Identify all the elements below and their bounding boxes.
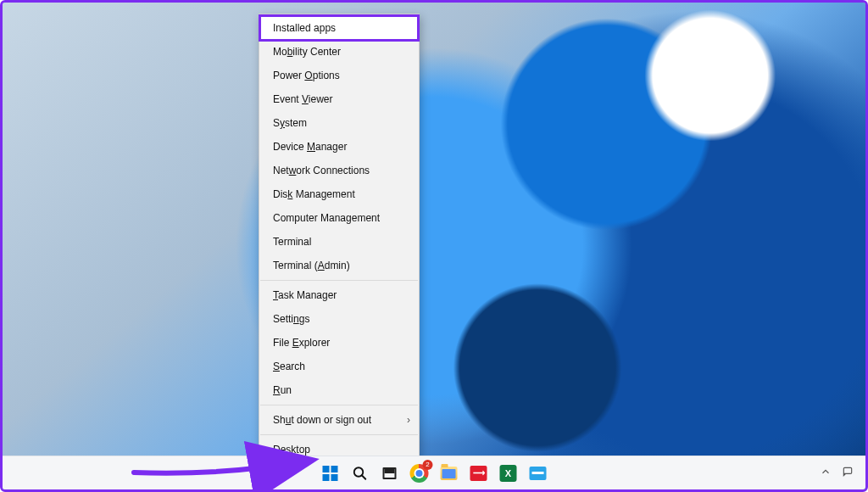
taskbar-app-file-explorer[interactable] <box>438 462 460 484</box>
menu-item-mobility-center[interactable]: Mobility Center <box>259 40 419 64</box>
menu-item-run[interactable]: Run <box>259 378 419 402</box>
menu-label: Computer Management <box>273 212 380 224</box>
menu-label: File Explorer <box>273 337 330 349</box>
taskbar-app-chrome[interactable]: 2 <box>409 462 431 484</box>
menu-item-device-manager[interactable]: Device Manager <box>259 135 419 159</box>
menu-item-system[interactable]: System <box>259 111 419 135</box>
chevron-up-icon <box>820 466 832 478</box>
menu-label: Run <box>273 384 292 396</box>
excel-icon <box>500 465 517 482</box>
menu-item-shutdown[interactable]: Shut down or sign out <box>259 408 419 432</box>
task-view-icon <box>383 467 397 479</box>
menu-item-terminal[interactable]: Terminal <box>259 230 419 254</box>
notifications-button[interactable] <box>842 466 854 481</box>
chrome-badge-count: 2 <box>423 460 433 470</box>
menu-item-disk-management[interactable]: Disk Management <box>259 182 419 206</box>
svg-line-1 <box>362 475 366 479</box>
taskbar-app-red[interactable]: ⟶ <box>468 462 490 484</box>
notification-icon <box>842 466 854 478</box>
taskbar: 2 ⟶ <box>3 456 865 489</box>
menu-label: Desktop <box>273 444 310 456</box>
menu-item-file-explorer[interactable]: File Explorer <box>259 331 419 355</box>
menu-item-terminal-admin[interactable]: Terminal (Admin) <box>259 254 419 277</box>
blue-app-icon <box>530 467 547 480</box>
menu-label: Event Viewer <box>273 93 333 105</box>
menu-item-search[interactable]: Search <box>259 355 419 378</box>
start-button[interactable] <box>320 462 342 484</box>
tray-overflow-button[interactable] <box>820 466 832 481</box>
winx-context-menu: Installed apps Mobility Center Power Opt… <box>259 14 420 464</box>
system-tray <box>820 466 854 481</box>
menu-label: Terminal <box>273 236 311 248</box>
menu-label: Installed apps <box>273 22 336 34</box>
menu-separator <box>260 280 418 281</box>
taskbar-app-excel[interactable] <box>498 462 520 484</box>
search-button[interactable] <box>349 462 371 484</box>
menu-label: System <box>273 117 307 129</box>
menu-item-computer-management[interactable]: Computer Management <box>259 206 419 230</box>
menu-separator <box>260 405 418 405</box>
menu-item-power-options[interactable]: Power Options <box>259 64 419 87</box>
menu-label: Mobility Center <box>273 46 341 58</box>
menu-label: Network Connections <box>273 165 370 176</box>
menu-label: Terminal (Admin) <box>273 260 350 271</box>
menu-label: Device Manager <box>273 141 347 153</box>
menu-label: Task Manager <box>273 289 337 301</box>
task-view-button[interactable] <box>379 462 401 484</box>
red-app-icon: ⟶ <box>470 466 487 481</box>
menu-separator <box>260 434 418 435</box>
menu-label: Shut down or sign out <box>273 414 371 426</box>
menu-item-task-manager[interactable]: Task Manager <box>259 283 419 307</box>
menu-item-event-viewer[interactable]: Event Viewer <box>259 87 419 111</box>
menu-item-installed-apps[interactable]: Installed apps <box>259 14 420 42</box>
menu-label: Settings <box>273 313 309 325</box>
taskbar-app-blue[interactable] <box>527 462 549 484</box>
desktop-wallpaper <box>3 3 865 489</box>
windows-logo-icon <box>323 466 338 481</box>
menu-label: Power Options <box>273 70 340 81</box>
search-icon <box>353 466 368 481</box>
menu-label: Search <box>273 361 305 372</box>
menu-item-settings[interactable]: Settings <box>259 307 419 331</box>
menu-item-network-connections[interactable]: Network Connections <box>259 159 419 182</box>
taskbar-center: 2 ⟶ <box>320 462 549 484</box>
menu-label: Disk Management <box>273 188 355 200</box>
folder-icon <box>441 467 458 480</box>
